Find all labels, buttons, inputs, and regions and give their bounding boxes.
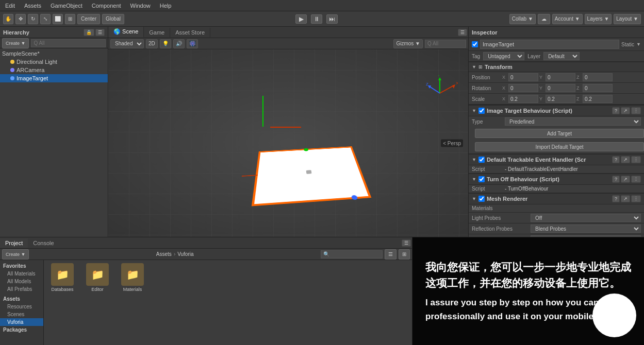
hierarchy-menu[interactable]: ☰ — [95, 29, 105, 36]
it-script-btn1[interactable]: ? — [612, 107, 620, 114]
image-target-header[interactable]: ▼ Image Target Behaviour (Script) ? ↗ ⋮ — [469, 105, 644, 116]
light-probes-dropdown[interactable]: Off — [531, 214, 641, 222]
sidebar-all-prefabs[interactable]: All Prefabs — [0, 285, 43, 293]
menu-assets[interactable]: Assets — [21, 2, 44, 10]
scale-x-input[interactable] — [508, 95, 538, 103]
file-editor[interactable]: 📁 Editor — [82, 263, 113, 292]
step-button[interactable]: ⏭ — [326, 14, 338, 24]
project-menu[interactable]: ☰ — [402, 239, 411, 247]
project-view[interactable]: ⊞ — [399, 249, 410, 260]
tag-dropdown[interactable]: Untagged — [483, 52, 524, 60]
sidebar-all-models[interactable]: All Models — [0, 278, 43, 285]
lights-btn[interactable]: 💡 — [160, 39, 171, 48]
sidebar-vuforia[interactable]: Vuforia — [0, 318, 43, 326]
it-script-btn3[interactable]: ⋮ — [631, 107, 641, 114]
static-arrow[interactable]: ▼ — [636, 42, 641, 47]
sidebar-assets[interactable]: Assets — [0, 295, 43, 303]
transform-section-header[interactable]: ▼ ⊞ Transform — [469, 62, 644, 72]
hierarchy-search[interactable] — [31, 39, 106, 47]
pos-y-input[interactable] — [546, 73, 575, 81]
tr-btn2[interactable]: ↗ — [621, 156, 630, 163]
sidebar-packages[interactable]: Packages — [0, 326, 43, 334]
it-enabled[interactable] — [478, 108, 485, 114]
scene-name-item[interactable]: SampleScene* — [0, 49, 108, 58]
rot-z-input[interactable] — [583, 84, 613, 92]
tab-project[interactable]: Project — [0, 238, 28, 248]
sidebar-all-materials[interactable]: All Materials — [0, 270, 43, 278]
layer-dropdown[interactable]: Default — [543, 52, 580, 60]
mesh-btn1[interactable]: ? — [612, 195, 620, 202]
tool-rect[interactable]: ⬜ — [53, 14, 63, 24]
gizmos-btn[interactable]: Gizmos ▼ — [393, 39, 423, 48]
sidebar-favorites[interactable]: Favorites — [0, 262, 43, 270]
pos-z-input[interactable] — [583, 73, 613, 81]
rot-y-input[interactable] — [546, 84, 575, 92]
to-enabled[interactable] — [478, 176, 485, 182]
sidebar-resources[interactable]: Resources — [0, 303, 43, 310]
tool-rotate[interactable]: ↻ — [28, 14, 38, 24]
object-enabled-checkbox[interactable] — [472, 41, 478, 47]
tool-scale[interactable]: ⤡ — [40, 14, 51, 24]
pivot-global-btn[interactable]: Global — [102, 14, 124, 24]
menu-component[interactable]: Component — [89, 2, 124, 10]
collab-btn[interactable]: Collab ▼ — [509, 14, 536, 24]
2d-btn[interactable]: 2D — [146, 39, 158, 48]
layout-btn[interactable]: Layout ▼ — [614, 14, 641, 24]
object-name-field[interactable] — [480, 40, 619, 49]
scale-y-input[interactable] — [546, 95, 575, 103]
file-databases[interactable]: 📁 Databases — [47, 263, 78, 292]
to-btn1[interactable]: ? — [612, 176, 620, 183]
tab-scene[interactable]: 🌎 Scene — [108, 27, 144, 38]
menu-help[interactable]: Help — [157, 2, 175, 10]
vfx-btn[interactable]: 🎆 — [187, 39, 198, 48]
scene-close-btn[interactable]: ☰ — [458, 29, 467, 36]
reflection-probes-dropdown[interactable]: Blend Probes — [531, 225, 641, 233]
tr-enabled[interactable] — [478, 157, 485, 163]
rot-x-input[interactable] — [508, 84, 538, 92]
pivot-center-btn[interactable]: Center — [77, 14, 100, 24]
it-type-dropdown[interactable]: Predefined — [505, 117, 641, 126]
trackable-header[interactable]: ▼ Default Trackable Event Handler (Scr ?… — [469, 154, 644, 165]
menu-window[interactable]: Window — [127, 2, 154, 10]
it-script-btn2[interactable]: ↗ — [621, 107, 630, 114]
tab-game[interactable]: Game — [144, 28, 170, 37]
menu-gameobject[interactable]: GameObject — [47, 2, 86, 10]
hierarchy-item-target[interactable]: ImageTarget — [0, 74, 108, 82]
tab-asset-store[interactable]: Asset Store — [170, 28, 210, 37]
tool-multi[interactable]: ⊞ — [65, 14, 75, 24]
pause-button[interactable]: ⏸ — [311, 14, 322, 24]
scale-z-input[interactable] — [583, 95, 613, 103]
scene-view[interactable]: Y X Z < Persp — [108, 49, 468, 237]
tool-move[interactable]: ✥ — [15, 14, 26, 24]
add-target-btn[interactable]: Add Target — [475, 129, 644, 138]
tr-btn1[interactable]: ? — [612, 156, 620, 163]
shading-dropdown[interactable]: Shaded — [110, 39, 144, 48]
pos-x-input[interactable] — [508, 73, 538, 81]
project-sort[interactable]: ☰ — [385, 249, 397, 260]
menu-edit[interactable]: Edit — [2, 2, 18, 10]
mesh-btn2[interactable]: ↗ — [621, 195, 630, 202]
import-target-btn[interactable]: Import Default Target — [475, 142, 644, 151]
mesh-enabled[interactable] — [478, 196, 485, 202]
tab-console[interactable]: Console — [28, 238, 59, 248]
mesh-btn3[interactable]: ⋮ — [631, 195, 641, 202]
to-btn3[interactable]: ⋮ — [631, 176, 641, 183]
file-materials[interactable]: 📁 Materials — [117, 263, 148, 292]
cloud-btn[interactable]: ☁ — [538, 14, 550, 24]
hierarchy-item-light[interactable]: Directional Light — [0, 58, 108, 66]
hierarchy-pin[interactable]: 🔒 — [84, 29, 94, 36]
sidebar-scenes[interactable]: Scenes — [0, 310, 43, 318]
hierarchy-item-camera[interactable]: ARCamera — [0, 66, 108, 74]
create-btn[interactable]: Create ▼ — [2, 38, 29, 48]
turnoff-header[interactable]: ▼ Turn Off Behaviour (Script) ? ↗ ⋮ — [469, 174, 644, 185]
project-search[interactable] — [321, 250, 383, 258]
scene-search[interactable] — [425, 40, 466, 48]
tool-hand[interactable]: ✋ — [3, 14, 13, 24]
tr-btn3[interactable]: ⋮ — [631, 156, 641, 163]
audio-btn[interactable]: 🔊 — [173, 39, 185, 48]
account-btn[interactable]: Account ▼ — [552, 14, 583, 24]
play-button[interactable]: ▶ — [295, 14, 307, 24]
breadcrumb-vuforia[interactable]: Vuforia — [177, 251, 193, 257]
mesh-header[interactable]: ▼ Mesh Renderer ? ↗ ⋮ — [469, 193, 644, 204]
to-btn2[interactable]: ↗ — [621, 176, 630, 183]
